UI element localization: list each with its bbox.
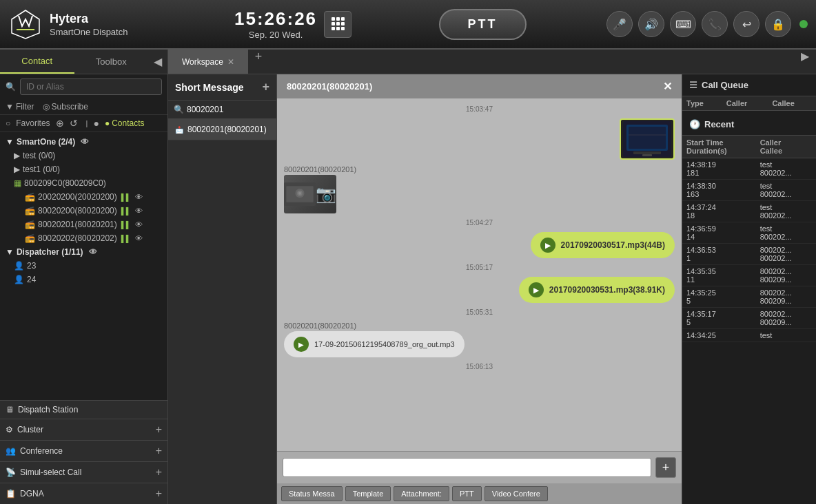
message-time-4: 15:05:31 (284, 308, 675, 316)
svg-rect-2 (336, 17, 340, 21)
keypad-button[interactable] (324, 11, 351, 38)
message-image-right[interactable] (620, 118, 675, 160)
tab-toolbox[interactable]: Toolbox (74, 50, 149, 74)
recent-col-caller: CallerCallee (756, 136, 816, 158)
tree-device-800209c0[interactable]: ▦ 800209C0(800209C0) (0, 176, 167, 190)
call-queue-header: ☰ Call Queue (682, 74, 816, 96)
recent-cell-caller: 800202...800209... (756, 308, 816, 329)
ptt-toolbar-button[interactable]: PTT (452, 486, 482, 501)
keyboard-button[interactable]: ⌨ (670, 11, 696, 37)
add-message-button[interactable]: + (262, 80, 269, 94)
video-conference-button[interactable]: Video Confere (484, 486, 548, 501)
recent-table-row[interactable]: 14:34:25 test (682, 329, 816, 342)
svg-point-20 (298, 192, 301, 195)
recent-table-row[interactable]: 14:38:30163 test800202... (682, 180, 816, 201)
speaker-button[interactable]: 🔊 (638, 11, 664, 37)
radio-label: 80020200(80020200) (38, 206, 117, 216)
attachment-button[interactable]: Attachment: (394, 486, 449, 501)
recent-table-row[interactable]: 14:35:3511 800202...800209... (682, 265, 816, 286)
simul-select-add-button[interactable]: + (156, 466, 162, 479)
message-list: Short Message + 🔍 📩 80020201(80020201) (168, 74, 277, 504)
dgna-section[interactable]: 📋 DGNA + (0, 483, 167, 504)
dispatch-station-icon: 🖥 (6, 405, 14, 414)
chat-input-field[interactable] (283, 458, 651, 477)
lock-button[interactable]: 🔒 (765, 11, 791, 37)
subgroup-label: test (0/0) (23, 151, 55, 160)
conference-icon: 👥 (6, 446, 16, 456)
conference-section[interactable]: 👥 Conference + (0, 440, 167, 461)
microphone-button[interactable]: 🎤 (606, 11, 633, 37)
svg-rect-3 (341, 17, 345, 21)
refresh-icon[interactable]: ↺ (70, 118, 78, 129)
message-image-left[interactable] (284, 175, 336, 213)
subscribe-button[interactable]: ◎ Subscribe (43, 102, 88, 112)
current-time: 15:26:26 (234, 8, 317, 30)
recent-table-row[interactable]: 14:35:175 800202...800209... (682, 308, 816, 329)
tree-subgroup-test1[interactable]: ▶ test1 (0/0) (0, 162, 167, 176)
status-message-button[interactable]: Status Messa (281, 486, 343, 501)
play-icon-3[interactable]: ▶ (294, 337, 309, 352)
recent-col-time: Start TimeDuration(s) (682, 136, 756, 158)
app-product: SmartOne Dispatch (50, 27, 127, 37)
recent-table-row[interactable]: 14:35:255 800202...800209... (682, 286, 816, 308)
recent-table-row[interactable]: 14:37:2418 test800202... (682, 201, 816, 222)
tree-dispatcher-23[interactable]: 👤 23 (0, 259, 167, 273)
svg-rect-4 (332, 22, 335, 25)
tree-radio-80020201[interactable]: 📻 80020201(80020201) ▌▌ 👁 (0, 218, 167, 231)
expand-button[interactable]: ▶ (794, 50, 816, 74)
svg-rect-14 (633, 151, 661, 154)
conference-add-button[interactable]: + (156, 445, 162, 457)
tree-dispatcher-24[interactable]: 👤 24 (0, 273, 167, 286)
cluster-section[interactable]: ⚙ Cluster + (0, 419, 167, 440)
filter-button[interactable]: ▼ Filter (6, 102, 34, 112)
tab-contact[interactable]: Contact (0, 50, 74, 74)
message-time-1: 15:03:47 (284, 105, 675, 113)
recent-cell-time: 14:35:255 (682, 286, 756, 308)
recent-cell-caller: test800202... (756, 180, 816, 201)
send-button[interactable]: + (655, 457, 676, 478)
tree-subgroup-test[interactable]: ▶ test (0/0) (0, 149, 167, 162)
favorites-button[interactable]: Favorites (16, 118, 50, 128)
recent-cell-time: 14:38:30163 (682, 180, 756, 201)
search-input[interactable] (20, 78, 162, 95)
forward-button[interactable]: ↩ (733, 11, 759, 37)
chat-close-button[interactable]: ✕ (663, 80, 672, 93)
recent-table-row[interactable]: 14:38:19181 test800202... (682, 158, 816, 180)
simul-select-section[interactable]: 📡 Simul-select Call + (0, 461, 167, 483)
add-tab-button[interactable]: + (248, 50, 269, 74)
recent-table-row[interactable]: 14:36:5914 test800202... (682, 222, 816, 244)
tree-radio-20020200[interactable]: 📻 20020200(20020200) ▌▌ 👁 (0, 190, 167, 204)
chat-window: 80020201(80020201) ✕ 15:03:47 (277, 74, 682, 504)
play-icon-2[interactable]: ▶ (529, 282, 544, 297)
tree-group-smartone[interactable]: ▼ SmartOne (2/4) 👁 (0, 135, 167, 149)
template-button[interactable]: Template (345, 486, 391, 501)
dgna-add-button[interactable]: + (156, 487, 162, 500)
contact-tree: ▼ SmartOne (2/4) 👁 ▶ test (0/0) ▶ test1 … (0, 132, 167, 400)
message-list-header: Short Message + (168, 74, 276, 101)
subscribe-label: Subscribe (52, 102, 88, 112)
contacts-button[interactable]: ● Contacts (105, 118, 145, 128)
message-bubble-left-audio: 80020201(80020201) ▶ 17-09-2015061219540… (284, 322, 465, 357)
message-time-3: 15:05:17 (284, 264, 675, 271)
audio-message-right-1[interactable]: ▶ 20170920030517.mp3(44B) (531, 232, 675, 258)
ptt-button[interactable]: PTT (439, 9, 527, 40)
audio-message-left[interactable]: ▶ 17-09-20150612195408789_org_out.mp3 (284, 331, 465, 357)
add-favorite-icon[interactable]: ⊕ (56, 118, 64, 129)
device-icon: ▦ (14, 178, 21, 188)
phone-button[interactable]: 📞 (702, 11, 728, 37)
tree-group-dispatcher[interactable]: ▼ Dispatcher (1/11) 👁 (0, 245, 167, 259)
audio-message-right-2[interactable]: ▶ 20170920030531.mp3(38.91K) (519, 277, 675, 303)
dispatch-station-section[interactable]: 🖥 Dispatch Station (0, 400, 167, 419)
recent-table-row[interactable]: 14:36:531 800202...800202... (682, 244, 816, 265)
play-icon-1[interactable]: ▶ (540, 238, 555, 253)
workspace-close-icon[interactable]: ✕ (227, 57, 234, 67)
cluster-add-button[interactable]: + (156, 423, 162, 436)
tree-radio-80020200[interactable]: 📻 80020200(80020200) ▌▌ 👁 (0, 204, 167, 218)
contacts-icon: ● (105, 118, 110, 128)
status-indicator (799, 20, 808, 28)
tree-radio-80020202[interactable]: 📻 80020202(80020202) ▌▌ 👁 (0, 231, 167, 245)
sidebar-collapse-button[interactable]: ◀ (148, 50, 167, 74)
tab-workspace[interactable]: Workspace ✕ (168, 50, 248, 74)
message-contact-item[interactable]: 📩 80020201(80020201) (168, 119, 276, 140)
message-search-input[interactable] (187, 105, 290, 114)
